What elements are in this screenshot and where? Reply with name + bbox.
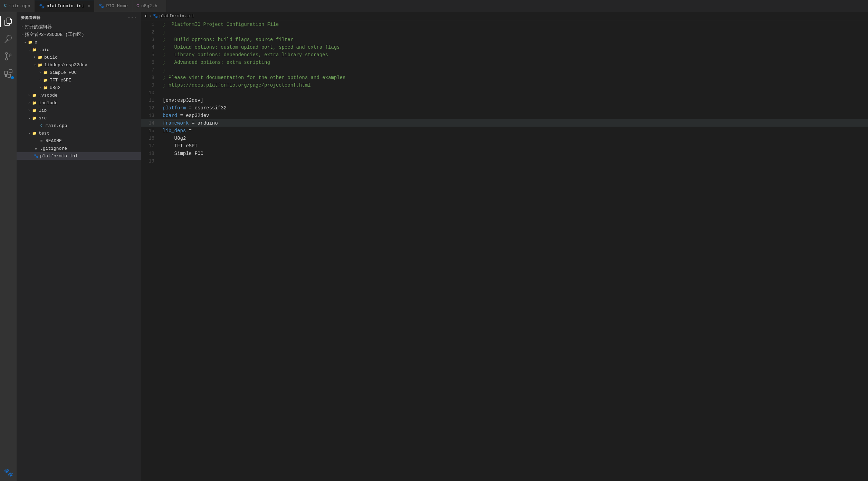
code-line-13: 13 board = esp32dev: [141, 111, 868, 119]
label-build: build: [44, 55, 58, 60]
line-content-1: ; PlatformIO Project Configuration File: [160, 20, 868, 28]
sidebar: 资源管理器 ··· 打开的编辑器 拓空者P2-VSCODE (工作区) 📁 e: [17, 12, 141, 481]
line-num-5: 5: [141, 51, 160, 58]
h-icon: C: [136, 3, 139, 9]
folder-icon-lib: 📁: [32, 108, 37, 113]
sidebar-item-simplefoc[interactable]: 📁 Simple FOC: [17, 69, 141, 76]
tab-label-platformio-ini: platformio.ini: [47, 3, 84, 9]
sidebar-item-tftespi[interactable]: 📁 TFT_eSPI: [17, 76, 141, 84]
folder-icon-e: 📁: [28, 39, 33, 45]
workspace-label: 拓空者P2-VSCODE (工作区): [25, 31, 84, 38]
label-lib: lib: [39, 108, 47, 113]
line-num-14: 14: [141, 119, 160, 127]
editor-content[interactable]: 1 ; PlatformIO Project Configuration Fil…: [141, 20, 868, 481]
sidebar-item-u8g2[interactable]: 📁 U8g2: [17, 84, 141, 91]
sidebar-item-lib[interactable]: 📁 lib: [17, 107, 141, 114]
line-num-19: 19: [141, 157, 160, 165]
line-content-9: ; https://docs.platformio.org/page/proje…: [160, 81, 868, 89]
sidebar-title: 资源管理器: [21, 15, 41, 20]
tab-platformio-ini[interactable]: 🐾 platformio.ini ×: [35, 0, 95, 12]
sidebar-item-gitignore[interactable]: ◆ .gitignore: [17, 145, 141, 152]
main-layout: 🐾 资源管理器 ··· 打开的编辑器 拓空者P2-VSCODE (工作区) 📁: [0, 12, 868, 481]
code-line-11: 11 [env:esp32dev]: [141, 96, 868, 104]
folder-icon-src: 📁: [32, 115, 37, 121]
line-num-11: 11: [141, 96, 160, 104]
line-content-12: platform = espressif32: [160, 104, 868, 111]
ini-icon: 🐾: [39, 3, 45, 9]
breadcrumb-e: e: [145, 14, 147, 19]
breadcrumb-ini-icon: 🐾: [153, 13, 158, 19]
code-line-10: 10: [141, 89, 868, 96]
line-num-1: 1: [141, 20, 160, 28]
code-line-3: 3 ; Build options: build flags, source f…: [141, 36, 868, 43]
sidebar-item-test[interactable]: 📁 test: [17, 129, 141, 137]
folder-icon-test: 📁: [32, 130, 37, 136]
sidebar-item-e[interactable]: 📁 e: [17, 38, 141, 46]
line-content-17: TFT_eSPI: [160, 142, 868, 149]
sidebar-item-vscode[interactable]: 📁 .vscode: [17, 91, 141, 99]
line-num-15: 15: [141, 127, 160, 134]
extensions-icon[interactable]: [0, 65, 17, 82]
tab-label-main-cpp: main.cpp: [9, 3, 30, 9]
label-simplefoc: Simple FOC: [50, 70, 77, 75]
arrow-open-editors: [19, 24, 25, 30]
arrow-e: [22, 39, 28, 45]
folder-icon-pio: 📁: [32, 47, 37, 52]
line-num-4: 4: [141, 43, 160, 51]
breadcrumb: e › 🐾 platformio.ini: [141, 12, 868, 20]
arrow-pio: [26, 47, 32, 52]
folder-icon-vscode: 📁: [32, 92, 37, 98]
platformio-icon[interactable]: 🐾: [0, 464, 17, 481]
file-icon-gitignore: ◆: [33, 146, 39, 151]
sidebar-item-open-editors[interactable]: 打开的编辑器: [17, 23, 141, 31]
sidebar-item-platformio-ini[interactable]: 🐾 platformio.ini: [17, 152, 141, 160]
breadcrumb-platformio-ini: platformio.ini: [159, 14, 194, 19]
sidebar-item-build[interactable]: 📁 build: [17, 53, 141, 61]
line-num-8: 8: [141, 73, 160, 81]
code-container: 1 ; PlatformIO Project Configuration Fil…: [141, 20, 868, 165]
arrow-test: [26, 130, 32, 136]
sidebar-item-src[interactable]: 📁 src: [17, 114, 141, 122]
docs-link[interactable]: https://docs.platformio.org/page/project…: [169, 82, 311, 88]
sidebar-header: 资源管理器 ···: [17, 12, 141, 23]
arrow-lib: [26, 108, 32, 113]
breadcrumb-sep1: ›: [149, 14, 151, 19]
tab-u8g2-h[interactable]: C u8g2.h: [132, 0, 167, 12]
sidebar-item-libdeps[interactable]: 📁 libdeps\esp32dev: [17, 61, 141, 69]
arrow-u8g2: [37, 85, 43, 90]
sidebar-item-pio[interactable]: 📁 .pio: [17, 46, 141, 53]
line-num-17: 17: [141, 142, 160, 149]
label-pio: .pio: [39, 47, 49, 52]
code-line-15: 15 lib_deps =: [141, 127, 868, 134]
line-num-13: 13: [141, 111, 160, 119]
file-icon-readme: ≡: [39, 138, 44, 144]
sidebar-item-readme[interactable]: ≡ README: [17, 137, 141, 145]
search-icon[interactable]: [0, 31, 17, 47]
folder-icon-simplefoc: 📁: [43, 70, 48, 75]
file-icon-main-cpp: C: [39, 123, 44, 128]
line-num-10: 10: [141, 89, 160, 96]
tab-close-button[interactable]: ×: [88, 4, 90, 8]
label-include: include: [39, 100, 58, 106]
code-line-4: 4 ; Upload options: custom upload port, …: [141, 43, 868, 51]
folder-icon-include: 📁: [32, 100, 37, 106]
source-control-icon[interactable]: [0, 48, 17, 65]
code-line-19: 19: [141, 157, 868, 165]
arrow-vscode: [26, 92, 32, 98]
sidebar-item-main-cpp[interactable]: C main.cpp: [17, 122, 141, 129]
code-line-18: 18 Simple FOC: [141, 149, 868, 157]
line-num-18: 18: [141, 149, 160, 157]
sidebar-item-workspace[interactable]: 拓空者P2-VSCODE (工作区): [17, 31, 141, 38]
line-content-19: [160, 157, 868, 165]
label-vscode: .vscode: [39, 93, 58, 98]
explorer-icon[interactable]: [0, 13, 17, 30]
sidebar-item-include[interactable]: 📁 include: [17, 99, 141, 107]
tab-pio-home[interactable]: 🐾 PIO Home: [94, 0, 132, 12]
editor-area: e › 🐾 platformio.ini 1 ; PlatformIO Proj…: [141, 12, 868, 481]
line-num-9: 9: [141, 81, 160, 89]
sidebar-menu-button[interactable]: ···: [127, 15, 137, 20]
label-e: e: [35, 40, 37, 45]
line-num-16: 16: [141, 134, 160, 142]
tab-main-cpp[interactable]: C main.cpp: [0, 0, 35, 12]
folder-icon-build: 📁: [37, 55, 43, 60]
